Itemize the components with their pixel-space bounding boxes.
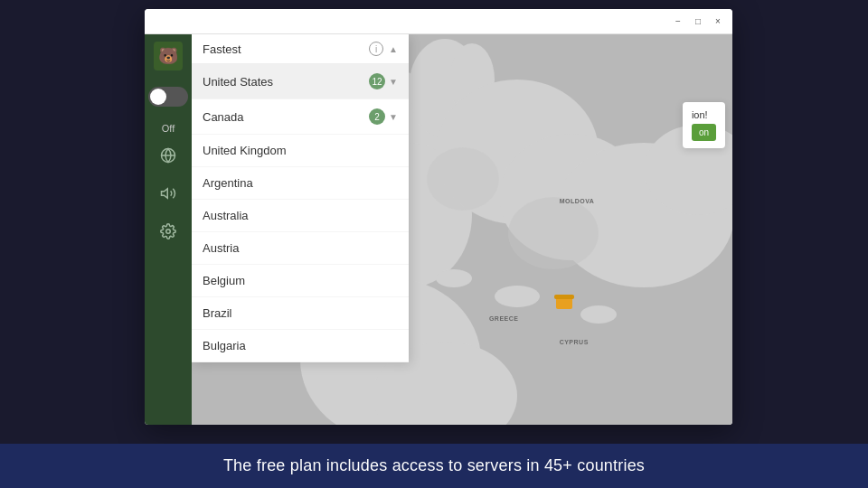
promo-button[interactable]: on	[692, 124, 716, 141]
svg-marker-4	[162, 189, 168, 199]
scroll-up-icon[interactable]: ▲	[389, 44, 398, 54]
country-name-canada: Canada	[203, 110, 244, 124]
dropdown-header-right: i ▲	[369, 42, 398, 56]
svg-point-21	[436, 269, 472, 287]
country-name-argentina: Argentina	[203, 176, 253, 190]
server-marker-cyprus	[554, 292, 574, 310]
maximize-button[interactable]: □	[693, 16, 703, 27]
app-body: 🐻 Off	[145, 34, 732, 425]
country-item-austria[interactable]: Austria	[192, 232, 409, 265]
sidebar-item-globe[interactable]	[152, 139, 184, 172]
sidebar: 🐻 Off	[145, 34, 192, 425]
minimize-button[interactable]: −	[673, 16, 684, 27]
country-dropdown: Fastest i ▲ United States 12 ▼	[192, 34, 409, 362]
country-item-uk[interactable]: United Kingdom	[192, 135, 409, 167]
close-button[interactable]: ×	[712, 16, 723, 27]
country-name-us: United States	[203, 75, 273, 89]
info-icon[interactable]: i	[369, 42, 383, 56]
country-item-brazil[interactable]: Brazil	[192, 297, 409, 330]
main-content: IRELAND UNITE... PORTUGAL SP... GREECE C…	[192, 34, 732, 425]
toggle-label: Off	[162, 123, 175, 134]
sidebar-item-settings[interactable]	[152, 215, 184, 248]
server-count-canada: 2 ▼	[369, 108, 398, 125]
country-name-belgium: Belgium	[203, 274, 245, 287]
country-item-australia[interactable]: Australia	[192, 200, 409, 232]
vpn-toggle[interactable]	[148, 87, 188, 107]
map-label-moldova: MOLDOVA	[560, 198, 595, 204]
svg-point-25	[427, 147, 499, 211]
country-name-austria: Austria	[203, 241, 239, 255]
country-name-brazil: Brazil	[203, 306, 232, 320]
dropdown-header-label: Fastest	[203, 42, 241, 56]
country-item-bulgaria[interactable]: Bulgaria	[192, 330, 409, 362]
bottom-banner: The free plan includes access to servers…	[0, 444, 868, 488]
country-name-bulgaria: Bulgaria	[203, 339, 246, 352]
promo-box: ion! on	[683, 102, 725, 148]
title-bar-controls: − □ ×	[673, 16, 723, 27]
map-label-cyprus: CYPRUS	[560, 339, 589, 345]
country-item-belgium[interactable]: Belgium	[192, 265, 409, 297]
dropdown-header: Fastest i ▲	[192, 34, 409, 64]
svg-rect-34	[554, 295, 574, 299]
country-name-uk: United Kingdom	[203, 144, 287, 157]
sidebar-item-megaphone[interactable]	[152, 177, 184, 210]
svg-point-5	[166, 230, 171, 234]
svg-text:🐻: 🐻	[158, 46, 179, 66]
chevron-us: ▼	[389, 77, 398, 87]
server-badge-canada: 2	[369, 108, 385, 125]
svg-point-23	[580, 305, 617, 324]
banner-text: The free plan includes access to servers…	[223, 456, 645, 474]
svg-point-22	[495, 286, 540, 307]
promo-text: ion!	[692, 109, 716, 120]
title-bar: − □ ×	[145, 9, 732, 34]
country-item-canada[interactable]: Canada 2 ▼	[192, 99, 409, 135]
country-item-us[interactable]: United States 12 ▼	[192, 64, 409, 99]
chevron-canada: ▼	[389, 112, 398, 122]
vpn-toggle-container	[145, 83, 195, 110]
server-badge-us: 12	[369, 73, 385, 89]
server-count-us: 12 ▼	[369, 73, 398, 89]
app-logo: 🐻	[154, 42, 183, 70]
country-list: United States 12 ▼ Canada 2 ▼	[192, 64, 409, 362]
country-name-australia: Australia	[203, 209, 249, 222]
map-label-greece: GREECE	[489, 315, 519, 322]
svg-point-26	[508, 197, 599, 269]
country-item-argentina[interactable]: Argentina	[192, 167, 409, 200]
toggle-knob	[150, 89, 166, 105]
app-window: − □ × 🐻 Off	[145, 9, 732, 425]
